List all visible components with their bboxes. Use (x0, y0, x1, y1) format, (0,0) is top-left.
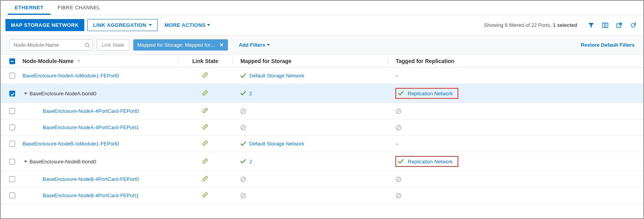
sort-ascending-icon: ↑ (77, 58, 80, 64)
column-header-link-state[interactable]: Link State (178, 58, 232, 64)
storage-network-link[interactable]: 2 (249, 159, 252, 165)
filter-chip-label: Mapped for Storage: Mapped for… (138, 42, 216, 48)
close-icon[interactable]: ✕ (219, 42, 224, 48)
chevron-down-icon (207, 24, 210, 26)
refresh-icon[interactable] (629, 21, 637, 29)
row-checkbox[interactable] (9, 124, 15, 130)
port-name[interactable]: BaseEnclosure-NodeB-IoModule1-FEPort0 (23, 141, 119, 147)
storage-network-link[interactable]: Default Storage Network (249, 73, 305, 79)
row-checkbox[interactable] (9, 141, 15, 147)
storage-network-link[interactable]: Default Storage Network (249, 141, 305, 147)
replication-network-link[interactable]: Replication Network (408, 159, 453, 165)
row-checkbox[interactable] (9, 108, 15, 114)
table-row[interactable]: BaseEnclosure-NodeA-bond02Replication Ne… (1, 84, 643, 103)
not-applicable-icon (395, 108, 402, 114)
expand-chevron-icon[interactable] (24, 93, 27, 95)
port-name: BaseEnclosure-NodeB-bond0 (30, 159, 96, 165)
not-applicable-icon (395, 193, 402, 199)
row-checkbox[interactable] (9, 193, 15, 198)
link-aggregation-button[interactable]: LINK AGGREGATION (87, 19, 158, 31)
column-header-name[interactable]: Node-Module-Name ↑ (23, 58, 178, 64)
not-applicable-icon (395, 176, 402, 182)
column-header-mapped-storage[interactable]: Mapped for Storage (232, 58, 388, 64)
link-aggregation-label: LINK AGGREGATION (93, 22, 146, 28)
not-applicable-icon (240, 176, 246, 182)
port-name[interactable]: BaseEnclosure-NodeB-4PortCard-FEPort1 (43, 193, 139, 198)
svg-line-7 (242, 110, 245, 113)
check-icon (240, 141, 246, 147)
expand-chevron-icon[interactable] (24, 161, 27, 163)
filter-chip-mapped-storage[interactable]: Mapped for Storage: Mapped for… ✕ (133, 39, 228, 51)
table-row[interactable]: BaseEnclosure-NodeB-bond02Replication Ne… (1, 152, 643, 171)
svg-line-5 (89, 46, 90, 47)
table-row[interactable]: BaseEnclosure-NodeA-4PortCard-FEPort0 (1, 103, 643, 119)
search-box (9, 39, 93, 51)
tab-ethernet[interactable]: ETHERNET (8, 1, 50, 15)
svg-line-11 (242, 126, 245, 129)
restore-default-filters[interactable]: Restore Default Filters (581, 42, 635, 48)
tab-fibre-channel[interactable]: FIBRE CHANNEL (50, 1, 108, 15)
link-state-icon (202, 89, 209, 96)
row-checkbox[interactable] (9, 159, 15, 165)
row-checkbox[interactable] (9, 73, 15, 79)
port-name[interactable]: BaseEnclosure-NodeA-IoModule1-FEPort0 (23, 73, 119, 79)
link-state-icon (202, 158, 209, 165)
filter-bar: Link State Mapped for Storage: Mapped fo… (1, 35, 643, 55)
toolbar: MAP STORAGE NETWORK LINK AGGREGATION MOR… (1, 15, 643, 35)
table-header: Node-Module-Name ↑ Link State Mapped for… (1, 55, 643, 68)
add-filters-button[interactable]: Add Filters (239, 42, 270, 48)
row-checkbox[interactable] (9, 91, 15, 96)
table-row[interactable]: BaseEnclosure-NodeA-IoModule1-FEPort0Def… (1, 68, 643, 84)
svg-line-19 (242, 194, 245, 197)
link-state-icon (202, 107, 209, 114)
check-icon (240, 90, 246, 96)
search-icon (85, 42, 90, 48)
external-link-icon[interactable] (615, 21, 623, 29)
filter-icon[interactable] (587, 21, 595, 29)
svg-line-13 (397, 126, 400, 129)
check-icon (398, 90, 404, 96)
map-storage-network-button[interactable]: MAP STORAGE NETWORK (5, 19, 84, 31)
port-name: BaseEnclosure-NodeA-bond0 (30, 91, 96, 96)
ports-table: Node-Module-Name ↑ Link State Mapped for… (1, 55, 643, 204)
table-row[interactable]: BaseEnclosure-NodeA-4PortCard-FEPort1 (1, 119, 643, 136)
port-name[interactable]: BaseEnclosure-NodeA-4PortCard-FEPort1 (43, 124, 139, 130)
check-icon (240, 158, 246, 165)
port-name[interactable]: BaseEnclosure-NodeA-4PortCard-FEPort0 (43, 108, 139, 114)
showing-status: Showing 8 filtered of 22 Ports, 1 select… (484, 22, 577, 28)
link-state-icon (202, 123, 209, 130)
table-row[interactable]: BaseEnclosure-NodeB-4PortCard-FEPort1 (1, 187, 643, 204)
svg-line-15 (242, 178, 245, 181)
link-state-icon (202, 191, 209, 198)
column-header-tagged-replication[interactable]: Tagged for Replication (388, 58, 643, 64)
port-name[interactable]: BaseEnclosure-NodeB-4PortCard-FEPort0 (43, 176, 139, 182)
columns-icon[interactable] (601, 21, 609, 29)
filter-chip-link-state[interactable]: Link State (97, 39, 129, 51)
replication-network-link[interactable]: Replication Network (408, 91, 453, 96)
svg-line-9 (397, 110, 400, 113)
check-icon (240, 73, 246, 79)
link-state-icon (202, 72, 209, 79)
search-input[interactable] (9, 39, 93, 51)
no-value: -- (395, 141, 399, 147)
add-filters-label: Add Filters (239, 42, 265, 48)
chevron-down-icon (149, 24, 152, 26)
more-actions-button[interactable]: MORE ACTIONS (161, 19, 214, 31)
svg-point-4 (85, 43, 89, 46)
status-prefix: Showing 8 filtered of 22 Ports, (484, 22, 553, 28)
status-selected: 1 selected (553, 22, 577, 28)
select-all-checkbox[interactable] (9, 58, 15, 64)
no-value: -- (395, 73, 399, 79)
row-checkbox[interactable] (9, 176, 15, 182)
svg-line-17 (397, 178, 400, 181)
not-applicable-icon (240, 193, 246, 199)
svg-line-21 (397, 194, 400, 197)
chevron-down-icon (267, 44, 270, 46)
link-state-icon (202, 175, 209, 182)
storage-network-link[interactable]: 2 (249, 91, 252, 96)
table-row[interactable]: BaseEnclosure-NodeB-4PortCard-FEPort0 (1, 171, 643, 187)
not-applicable-icon (395, 124, 402, 131)
check-icon (398, 158, 404, 165)
table-row[interactable]: BaseEnclosure-NodeB-IoModule1-FEPort0Def… (1, 136, 643, 152)
tabs: ETHERNET FIBRE CHANNEL (1, 1, 643, 15)
